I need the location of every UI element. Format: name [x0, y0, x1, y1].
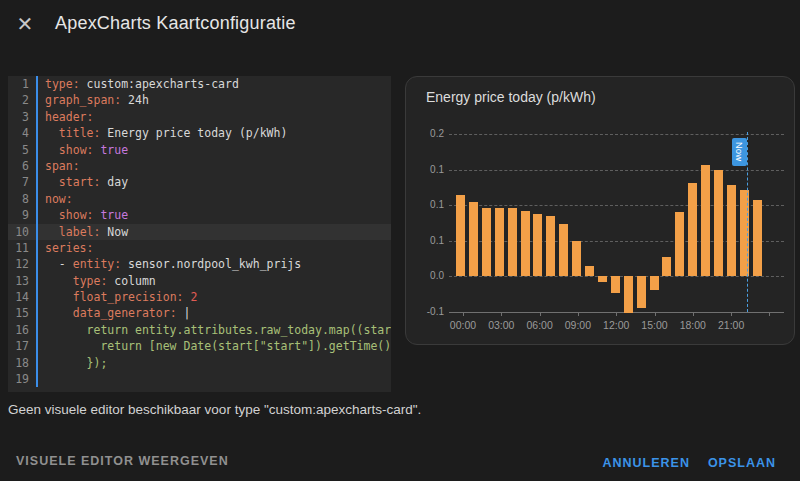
- yaml-code-editor[interactable]: 1type: custom:apexcharts-card2graph_span…: [8, 76, 391, 392]
- bar-18:00: [688, 183, 697, 276]
- bar-00:00: [456, 195, 465, 277]
- y-tick-label: 0.2: [410, 128, 444, 139]
- show-visual-editor-button[interactable]: VISUELE EDITOR WEERGEVEN: [16, 454, 229, 468]
- code-line: 17 return [new Date(start["start"]).getT…: [8, 338, 391, 354]
- x-tick-label: 06:00: [526, 319, 552, 331]
- y-tick-label: 0.1: [410, 164, 444, 175]
- code-line: 19: [8, 371, 391, 387]
- code-line: 18 });: [8, 355, 391, 371]
- code-line: 15 data_generator: |: [8, 305, 391, 321]
- bar-07:00: [546, 216, 555, 277]
- bar-13:00: [624, 276, 633, 312]
- now-line: [747, 132, 748, 312]
- code-line: 12 - entity: sensor.nordpool_kwh_prijs: [8, 256, 391, 272]
- x-axis-tick: [501, 312, 502, 316]
- code-line: 11series:: [8, 240, 391, 256]
- bar-21:00: [727, 185, 736, 276]
- code-line: 1type: custom:apexcharts-card: [8, 76, 391, 92]
- line-number: 18: [8, 355, 38, 371]
- bar-06:00: [533, 214, 542, 277]
- bar-14:00: [637, 276, 646, 307]
- bar-19:00: [701, 165, 710, 277]
- code-line: 5 show: true: [8, 142, 391, 158]
- line-number: 9: [8, 207, 38, 223]
- no-visual-editor-message: Geen visuele editor beschikbaar voor typ…: [8, 402, 421, 417]
- x-axis-tick: [463, 312, 464, 316]
- x-tick-label: 09:00: [565, 319, 591, 331]
- code-line: 6span:: [8, 158, 391, 174]
- x-axis-tick: [540, 312, 541, 316]
- x-tick-label: 18:00: [680, 319, 706, 331]
- line-number: 11: [8, 240, 38, 256]
- code-line: 4 title: Energy price today (p/kWh): [8, 125, 391, 141]
- x-axis-tick: [769, 312, 770, 316]
- x-axis-tick: [731, 312, 732, 316]
- line-number: 10: [8, 224, 38, 240]
- now-badge: Now: [732, 138, 747, 166]
- code-line: 10 label: Now: [8, 224, 391, 240]
- x-tick-label: 03:00: [488, 319, 514, 331]
- y-tick-label: 0.1: [410, 235, 444, 246]
- x-axis-tick: [655, 312, 656, 316]
- line-number: 6: [8, 158, 38, 174]
- line-number: 16: [8, 322, 38, 338]
- bar-05:00: [521, 211, 530, 277]
- code-line: 7 start: day: [8, 174, 391, 190]
- code-line: 9 show: true: [8, 207, 391, 223]
- bar-12:00: [611, 276, 620, 293]
- x-axis-tick: [616, 312, 617, 316]
- dialog-header: ✕ ApexCharts Kaartconfiguratie: [0, 0, 800, 48]
- line-number: 12: [8, 256, 38, 272]
- y-tick-label: 0.1: [410, 199, 444, 210]
- x-axis-tick: [578, 312, 579, 316]
- line-number: 1: [8, 76, 38, 92]
- bar-23:00: [753, 200, 762, 277]
- chart-plot-area: 0.20.10.10.10.0-0.100:0003:0006:0009:001…: [406, 77, 794, 344]
- bar-09:00: [572, 241, 581, 277]
- line-number: 17: [8, 338, 38, 354]
- save-button[interactable]: OPSLAAN: [708, 456, 776, 470]
- line-number: 15: [8, 305, 38, 321]
- bar-01:00: [469, 202, 478, 277]
- bar-08:00: [559, 224, 568, 276]
- card-preview: Energy price today (p/kWh) 0.20.10.10.10…: [405, 76, 795, 345]
- line-number: 7: [8, 174, 38, 190]
- code-line: 13 type: column: [8, 273, 391, 289]
- line-number: 5: [8, 142, 38, 158]
- bar-15:00: [650, 276, 659, 290]
- bar-17:00: [675, 212, 684, 276]
- line-number: 19: [8, 371, 38, 387]
- line-number: 14: [8, 289, 38, 305]
- bar-02:00: [482, 208, 491, 276]
- gridline: [449, 170, 784, 171]
- x-tick-label: 12:00: [603, 319, 629, 331]
- line-number: 3: [8, 109, 38, 125]
- bar-04:00: [508, 208, 517, 276]
- bar-03:00: [495, 208, 504, 276]
- line-number: 13: [8, 273, 38, 289]
- close-icon[interactable]: ✕: [12, 11, 38, 37]
- cancel-button[interactable]: ANNULEREN: [603, 456, 690, 470]
- code-line: 16 return entity.attributes.raw_today.ma…: [8, 322, 391, 338]
- x-tick-label: 00:00: [450, 319, 476, 331]
- bar-20:00: [714, 170, 723, 276]
- code-line: 3header:: [8, 109, 391, 125]
- x-tick-label: 15:00: [641, 319, 667, 331]
- y-tick-label: -0.1: [410, 306, 444, 317]
- code-line: 8now:: [8, 191, 391, 207]
- line-number: 2: [8, 92, 38, 108]
- bar-11:00: [598, 276, 607, 282]
- x-axis-tick: [693, 312, 694, 316]
- line-number: 8: [8, 191, 38, 207]
- gridline: [449, 134, 784, 135]
- bar-16:00: [662, 257, 671, 276]
- y-tick-label: 0.0: [410, 270, 444, 281]
- code-line: 2graph_span: 24h: [8, 92, 391, 108]
- code-line: 14 float_precision: 2: [8, 289, 391, 305]
- line-number: 4: [8, 125, 38, 141]
- x-tick-label: 21:00: [718, 319, 744, 331]
- bar-10:00: [585, 266, 594, 276]
- dialog-title: ApexCharts Kaartconfiguratie: [55, 13, 296, 34]
